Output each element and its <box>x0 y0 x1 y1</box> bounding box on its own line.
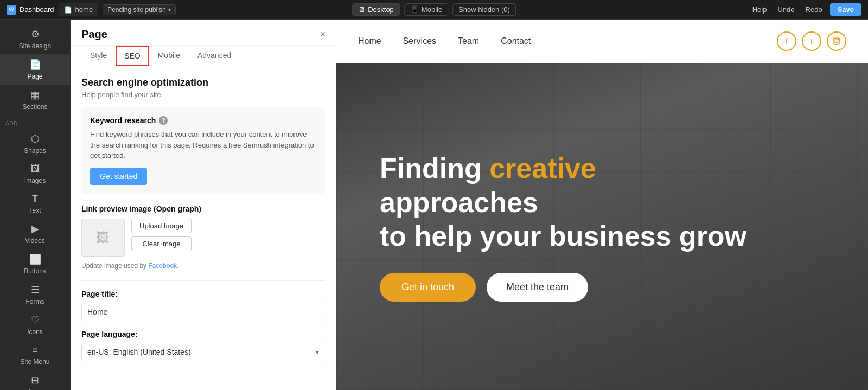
tab-advanced[interactable]: Advanced <box>189 46 240 66</box>
redo-button[interactable]: Redo <box>802 4 826 15</box>
sidebar-item-buttons[interactable]: ⬜ Buttons <box>0 249 70 279</box>
sidebar-item-shapes[interactable]: ⬡ Shapes <box>0 129 70 159</box>
upload-image-button[interactable]: Upload Image <box>131 219 192 233</box>
dashboard-button[interactable]: W Dashboard <box>7 5 54 15</box>
sidebar-item-label: Site Menu <box>20 358 49 366</box>
desktop-icon: 🖥 <box>358 5 365 14</box>
sidebar-item-apps[interactable]: ⊞ Apps <box>0 370 70 390</box>
svg-point-2 <box>838 39 839 40</box>
add-section-label: Add <box>0 115 70 129</box>
undo-label: Undo <box>777 5 794 14</box>
images-icon: 🖼 <box>30 163 40 175</box>
get-in-touch-button[interactable]: Get in touch <box>380 273 476 302</box>
image-note-text: Update image used by <box>81 262 148 270</box>
meet-the-team-button[interactable]: Meet the team <box>487 273 588 302</box>
sidebar-item-forms[interactable]: ☰ Forms <box>0 279 70 310</box>
sidebar-item-sections[interactable]: ▦ Sections <box>0 85 70 115</box>
hero-buttons: Get in touch Meet the team <box>380 273 760 302</box>
page-language-label: Page language: <box>81 330 326 338</box>
site-menu-icon: ≡ <box>32 344 38 356</box>
image-buttons: Upload Image Clear image <box>131 219 192 251</box>
sidebar-item-label: Forms <box>26 298 44 305</box>
main-layout: ⚙ Site design 📄 Page ▦ Sections Add ⬡ Sh… <box>0 20 868 390</box>
sidebar-item-label: Sections <box>22 103 47 111</box>
tab-style[interactable]: Style <box>81 46 116 66</box>
clear-image-button[interactable]: Clear image <box>131 236 192 251</box>
mobile-icon: 📱 <box>410 5 419 14</box>
desktop-label: Desktop <box>368 5 394 14</box>
sidebar-item-site-menu[interactable]: ≡ Site Menu <box>0 340 70 370</box>
page-title-input[interactable] <box>81 303 326 321</box>
image-upload-area: 🖼 Upload Image Clear image <box>81 219 326 257</box>
dashboard-label: Dashboard <box>20 5 54 14</box>
preview-area: Home Services Team Contact f t <box>336 20 868 390</box>
save-button[interactable]: Save <box>830 3 861 16</box>
tab-mobile[interactable]: Mobile <box>149 46 189 66</box>
instagram-nav-icon[interactable] <box>827 31 846 51</box>
text-icon: T <box>32 193 38 204</box>
mobile-view-button[interactable]: 📱 Mobile <box>404 3 448 16</box>
link-preview-label: Link preview image (Open graph) <box>81 204 326 213</box>
home-tab[interactable]: 📄 home <box>59 3 99 16</box>
seo-section-subtitle: Help people find your site. <box>81 91 326 99</box>
show-hidden-button[interactable]: Show hidden (0) <box>452 3 516 16</box>
sidebar-item-site-design[interactable]: ⚙ Site design <box>0 24 70 54</box>
keyword-help-icon[interactable]: ? <box>159 116 168 125</box>
facebook-link[interactable]: Facebook <box>148 262 177 270</box>
image-note: Update image used by Facebook. <box>81 262 326 270</box>
keyword-research-title: Keyword research <box>90 116 156 125</box>
sidebar-item-videos[interactable]: ▶ Videos <box>0 219 70 249</box>
sidebar-item-label: Text <box>29 207 41 214</box>
show-hidden-label: Show hidden (0) <box>458 5 510 14</box>
sidebar-item-label: Images <box>24 177 46 184</box>
nav-social-icons: f t <box>777 31 846 51</box>
facebook-nav-icon[interactable]: f <box>777 31 796 51</box>
desktop-view-button[interactable]: 🖥 Desktop <box>352 3 400 16</box>
panel-close-button[interactable]: × <box>320 29 326 40</box>
apps-icon: ⊞ <box>31 374 39 386</box>
nav-link-home[interactable]: Home <box>358 36 381 46</box>
hero-title: Finding creative approaches to help your… <box>380 151 760 253</box>
twitter-nav-icon[interactable]: t <box>802 31 821 51</box>
panel-tabs: Style SEO Mobile Advanced <box>71 46 336 66</box>
shapes-icon: ⬡ <box>31 133 40 145</box>
keyword-card-header: Keyword research ? <box>90 116 317 125</box>
save-label: Save <box>838 5 854 14</box>
sidebar-item-images[interactable]: 🖼 Images <box>0 159 70 189</box>
panel: Page × Style SEO Mobile Advanced Search … <box>71 20 336 390</box>
nav-link-services[interactable]: Services <box>403 36 436 46</box>
preview-hero: Finding creative approaches to help your… <box>336 63 868 390</box>
page-language-select[interactable]: en-US: English (United States) <box>81 343 326 361</box>
page-icon: 📄 <box>64 6 72 14</box>
image-placeholder-icon: 🖼 <box>97 230 110 245</box>
help-button[interactable]: Help <box>749 4 770 15</box>
hero-content: Finding creative approaches to help your… <box>380 151 760 301</box>
sidebar-item-label: Videos <box>25 237 44 245</box>
panel-header: Page × <box>71 20 336 46</box>
undo-button[interactable]: Undo <box>774 4 797 15</box>
nav-links: Home Services Team Contact <box>358 36 531 46</box>
preview-nav: Home Services Team Contact f t <box>336 20 868 63</box>
sidebar-item-label: Page <box>27 73 42 80</box>
pending-badge[interactable]: Pending site publish ▾ <box>103 4 175 15</box>
page-sidebar-icon: 📄 <box>29 59 41 71</box>
keyword-research-card: Keyword research ? Find keyword phrases … <box>81 107 326 194</box>
divider <box>81 280 326 281</box>
sidebar-item-text[interactable]: T Text <box>0 189 70 219</box>
sidebar-item-page[interactable]: 📄 Page <box>0 54 70 85</box>
forms-icon: ☰ <box>31 284 40 296</box>
pending-label: Pending site publish <box>107 6 165 14</box>
top-bar-right: Help Undo Redo Save <box>749 3 861 16</box>
get-started-button[interactable]: Get started <box>90 168 147 185</box>
nav-link-team[interactable]: Team <box>458 36 479 46</box>
sidebar-item-label: Site design <box>19 42 51 50</box>
tab-seo[interactable]: SEO <box>116 46 149 66</box>
videos-icon: ▶ <box>31 223 39 235</box>
dashboard-icon: W <box>7 5 16 15</box>
top-bar-center: 🖥 Desktop 📱 Mobile Show hidden (0) <box>352 3 516 16</box>
sidebar-item-label: Shapes <box>24 147 46 155</box>
sidebar-item-icons[interactable]: ♡ Icons <box>0 310 70 340</box>
nav-link-contact[interactable]: Contact <box>501 36 531 46</box>
svg-rect-0 <box>833 38 840 44</box>
hero-title-part1: Finding <box>380 152 489 184</box>
